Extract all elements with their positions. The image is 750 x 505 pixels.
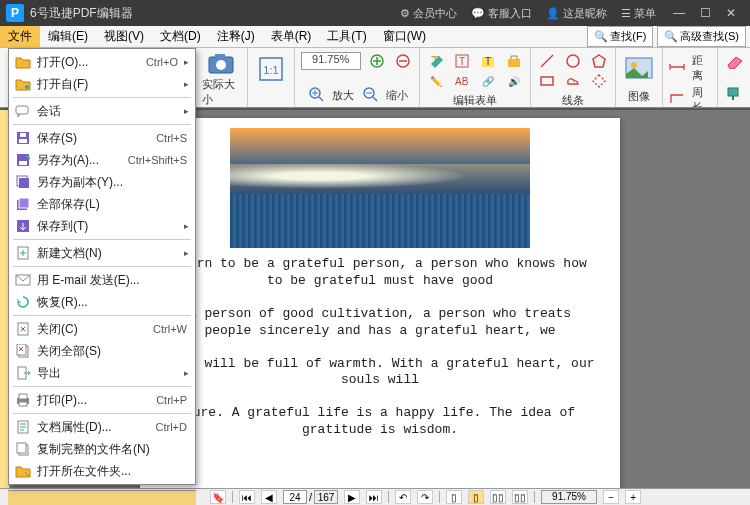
email-icon (13, 271, 33, 289)
last-page-button[interactable]: ⏭ (366, 490, 382, 504)
shortcut-label: Ctrl+S (156, 132, 187, 144)
stamp-button[interactable] (504, 51, 524, 71)
page-total-display (314, 490, 338, 504)
file-menu-item-11[interactable]: 新建文档(N)▸ (9, 242, 195, 264)
actual-size-button[interactable]: 1:1 (254, 51, 288, 87)
menu-window[interactable]: 窗口(W) (375, 26, 434, 48)
file-menu-label: 文档属性(D)... (37, 419, 156, 436)
shortcut-label: Ctrl+P (156, 394, 187, 406)
page-paragraph-1: Learn to be a grateful person, a person … (140, 248, 620, 298)
file-menu-item-24[interactable]: 打开所在文件夹... (9, 460, 195, 482)
file-menu-item-9[interactable]: 保存到(T)▸ (9, 215, 195, 237)
find-button[interactable]: 🔍查找(F) (587, 26, 653, 47)
text-tool-button[interactable]: T (452, 51, 472, 71)
menu-edit[interactable]: 编辑(E) (40, 26, 96, 48)
save-icon (13, 129, 33, 147)
cloud-shape-icon[interactable] (563, 71, 583, 91)
file-menu-item-20[interactable]: 打印(P)...Ctrl+P (9, 389, 195, 411)
file-menu-label: 用 E-mail 发送(E)... (37, 272, 189, 289)
distance-icon[interactable] (669, 57, 686, 77)
page-current-input[interactable] (283, 490, 307, 504)
support-link[interactable]: 💬 客服入口 (471, 6, 532, 21)
screenshot-button[interactable] (204, 51, 238, 75)
svg-rect-17 (541, 77, 553, 85)
file-menu-item-3[interactable]: 会话▸ (9, 100, 195, 122)
svg-text:1:1: 1:1 (263, 64, 278, 76)
zoom-out-button[interactable] (360, 84, 380, 104)
paint-icon[interactable] (724, 84, 744, 104)
menu-tools[interactable]: 工具(T) (319, 26, 374, 48)
file-menu-item-7[interactable]: 另存为副本(Y)... (9, 171, 195, 193)
nav-fwd-button[interactable]: ↷ (417, 490, 433, 504)
dashpoly-icon[interactable] (589, 71, 609, 91)
member-center-link[interactable]: ⚙ 会员中心 (400, 6, 457, 21)
file-menu-item-0[interactable]: 打开(O)...Ctrl+O▸ (9, 51, 195, 73)
maximize-button[interactable]: ☐ (692, 3, 718, 23)
file-menu-item-8[interactable]: 全部保存(L) (9, 193, 195, 215)
file-menu-item-14[interactable]: 恢复(R)... (9, 291, 195, 313)
main-menu-link[interactable]: ☰ 菜单 (621, 6, 656, 21)
file-menu-item-16[interactable]: 关闭(C)Ctrl+W (9, 318, 195, 340)
status-zoom-select[interactable]: 91.75% (541, 490, 597, 504)
minimize-button[interactable]: — (666, 3, 692, 23)
perimeter-icon[interactable] (669, 89, 686, 108)
line-shape-icon[interactable] (537, 51, 557, 71)
zoom-minus-button[interactable]: − (603, 490, 619, 504)
advanced-find-button[interactable]: 🔍高级查找(S) (657, 26, 746, 47)
file-menu-item-17[interactable]: 关闭全部(S) (9, 340, 195, 362)
zoom-select[interactable]: 91.75% (301, 52, 361, 70)
zoom-add-button[interactable] (367, 51, 387, 71)
menu-document[interactable]: 文档(D) (152, 26, 209, 48)
copyname-icon (13, 440, 33, 458)
shortcut-label: Ctrl+Shift+S (128, 154, 187, 166)
page-paragraph-4: Pure. A grateful life is a happy life. T… (140, 397, 620, 447)
pencil-icon[interactable]: ✏️ (426, 71, 446, 91)
file-menu-item-6[interactable]: 另存为(A)...Ctrl+Shift+S (9, 149, 195, 171)
image-button[interactable] (622, 51, 656, 87)
first-page-button[interactable]: ⏮ (239, 490, 255, 504)
zoom-sub-button[interactable] (393, 51, 413, 71)
file-menu-item-22[interactable]: 文档属性(D)...Ctrl+D (9, 416, 195, 438)
edit-form-label: 编辑表单 (453, 93, 497, 108)
layout-contfacing-button[interactable]: ▯▯ (512, 490, 528, 504)
text-edit-button[interactable]: T (426, 51, 446, 71)
close-window-button[interactable]: ✕ (718, 3, 744, 23)
shortcut-label: Ctrl+W (153, 323, 187, 335)
svg-point-20 (631, 62, 637, 68)
file-menu-item-13[interactable]: 用 E-mail 发送(E)... (9, 269, 195, 291)
layout-facing-button[interactable]: ▯▯ (490, 490, 506, 504)
bookmark-toggle[interactable]: 🔖 (210, 490, 226, 504)
file-menu-item-23[interactable]: 复制完整的文件名(N) (9, 438, 195, 460)
circle-shape-icon[interactable] (563, 51, 583, 71)
next-page-button[interactable]: ▶ (344, 490, 360, 504)
nickname-link[interactable]: 👤 这是昵称 (546, 6, 607, 21)
sound-icon[interactable]: 🔊 (504, 71, 524, 91)
link-icon[interactable]: 🔗 (478, 71, 498, 91)
submenu-arrow-icon: ▸ (184, 368, 189, 378)
nav-back-button[interactable]: ↶ (395, 490, 411, 504)
saveall-icon (13, 195, 33, 213)
svg-rect-33 (19, 198, 29, 208)
highlight-button[interactable]: T (478, 51, 498, 71)
file-menu-item-18[interactable]: 导出▸ (9, 362, 195, 384)
polygon-shape-icon[interactable] (589, 51, 609, 71)
layout-single-button[interactable]: ▯ (446, 490, 462, 504)
zoom-plus-button[interactable]: + (625, 490, 641, 504)
file-menu-item-5[interactable]: 保存(S)Ctrl+S (9, 127, 195, 149)
zoom-in-button[interactable] (306, 84, 326, 104)
menu-view[interactable]: 视图(V) (96, 26, 152, 48)
file-menu-label: 关闭全部(S) (37, 343, 189, 360)
prev-page-button[interactable]: ◀ (261, 490, 277, 504)
layout-cont-button[interactable]: ▯ (468, 490, 484, 504)
menu-form[interactable]: 表单(R) (263, 26, 320, 48)
side-tabs (8, 490, 196, 505)
ab-icon[interactable]: AB (452, 71, 472, 91)
rect-shape-icon[interactable] (537, 71, 557, 91)
file-menu-label: 打开(O)... (37, 54, 146, 71)
savecopy-icon (13, 173, 33, 191)
menu-file[interactable]: 文件 (0, 26, 40, 48)
menu-annotate[interactable]: 注释(J) (209, 26, 263, 48)
eraser-icon[interactable] (724, 51, 744, 71)
file-menu-item-1[interactable]: 打开自(F)▸ (9, 73, 195, 95)
submenu-arrow-icon: ▸ (184, 106, 189, 116)
